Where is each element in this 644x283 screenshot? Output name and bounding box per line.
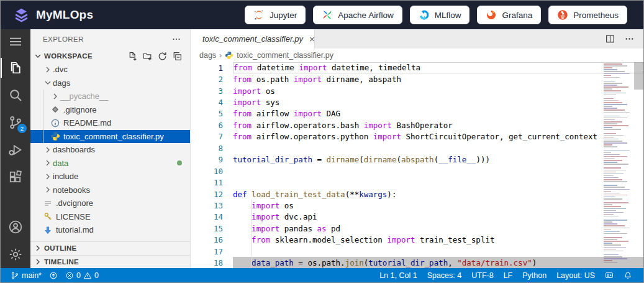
chevron-right-icon bbox=[43, 185, 53, 195]
prometheus-icon bbox=[557, 9, 568, 21]
tree-item-dags[interactable]: dags bbox=[30, 77, 190, 90]
mlflow-button[interactable]: MLflow bbox=[410, 6, 470, 24]
code-line-15[interactable]: 15 import pandas as pd bbox=[191, 223, 643, 234]
activity-extensions-icon[interactable] bbox=[1, 164, 30, 191]
code-line-3[interactable]: 3import os bbox=[191, 85, 643, 96]
breadcrumb: dags › toxic_comment_classifier.py bbox=[191, 49, 643, 62]
minimap[interactable] bbox=[602, 62, 634, 268]
activity-settings-icon[interactable] bbox=[1, 241, 30, 268]
tree-item--dvc[interactable]: .dvc bbox=[30, 63, 190, 77]
tree-item-tutorial-md[interactable]: tutorial.md bbox=[30, 223, 190, 237]
code-line-11[interactable]: 11 bbox=[191, 177, 643, 188]
activity-source-control-icon[interactable]: 2 bbox=[1, 109, 30, 136]
tree-item-license[interactable]: LICENSE bbox=[30, 210, 190, 224]
app-title: MyMLOps bbox=[36, 8, 93, 22]
code-editor[interactable]: 1from datetime import datetime, timedelt… bbox=[191, 62, 643, 268]
breadcrumb-folder[interactable]: dags bbox=[199, 51, 216, 60]
diamond-icon bbox=[50, 104, 60, 114]
workspace-section-header[interactable]: WORKSPACE bbox=[30, 49, 190, 63]
sidebar-bottom-sections: OUTLINETIMELINE bbox=[30, 241, 190, 268]
refresh-icon[interactable] bbox=[157, 51, 168, 62]
activity-bar: 2 bbox=[1, 29, 30, 268]
line-number: 5 bbox=[191, 109, 223, 118]
code-line-18[interactable]: 18 data_path = os.path.join(tutorial_dir… bbox=[191, 257, 643, 268]
split-editor-icon[interactable] bbox=[605, 34, 615, 44]
activity-run-debug-icon[interactable] bbox=[1, 136, 30, 164]
code-line-8[interactable]: 8 bbox=[191, 142, 643, 154]
grafana-button[interactable]: Grafana bbox=[477, 6, 541, 24]
section-outline[interactable]: OUTLINE bbox=[30, 241, 190, 255]
close-tab-icon[interactable]: × bbox=[307, 34, 317, 44]
line-text: import pandas as pd bbox=[233, 223, 643, 234]
encoding[interactable]: UTF-8 bbox=[466, 271, 498, 280]
activity-search-icon[interactable] bbox=[1, 81, 30, 109]
publish-changes[interactable] bbox=[45, 271, 61, 280]
code-line-17[interactable]: 17 bbox=[191, 246, 643, 257]
tree-item-toxic-comment-classifier-py[interactable]: toxic_comment_classifier.py bbox=[30, 130, 190, 144]
code-line-12[interactable]: 12def load_train_test_data(**kwargs): bbox=[191, 188, 643, 200]
apache-airflow-button[interactable]: Apache Airflow bbox=[313, 6, 402, 24]
tab-toxic-comment-classifier[interactable]: toxic_comment_classifier.py × bbox=[191, 29, 315, 49]
more-actions-icon[interactable] bbox=[171, 34, 181, 44]
chevron-down-icon bbox=[33, 51, 43, 61]
tree-item-label: include bbox=[53, 172, 78, 181]
tree-item--pycache-[interactable]: __pycache__ bbox=[30, 90, 190, 103]
line-number: 2 bbox=[191, 75, 223, 84]
more-actions-icon[interactable] bbox=[624, 34, 635, 44]
tree-item-label: README.md bbox=[63, 118, 111, 128]
new-folder-icon[interactable] bbox=[142, 51, 153, 62]
search-icon bbox=[8, 88, 23, 103]
tree-item--dvcignore[interactable]: .dvcignore bbox=[30, 197, 190, 210]
activity-menu-icon[interactable] bbox=[1, 29, 30, 54]
tree-item-include[interactable]: include bbox=[30, 170, 190, 183]
line-text: tutorial_dir_path = dirname(dirname(absp… bbox=[233, 154, 643, 165]
new-file-icon[interactable] bbox=[127, 51, 138, 62]
button-label: Jupyter bbox=[270, 11, 297, 20]
service-buttons: JupyterApache AirflowMLflowGrafanaPromet… bbox=[245, 6, 643, 24]
button-label: Grafana bbox=[502, 11, 532, 20]
bell-icon bbox=[624, 271, 632, 280]
code-line-7[interactable]: 7from airflow.operators.python import Sh… bbox=[191, 131, 643, 142]
language-mode[interactable]: Python bbox=[517, 271, 551, 280]
indent-guide bbox=[252, 200, 252, 268]
scrollbar-slider[interactable] bbox=[634, 62, 643, 90]
jupyter-button[interactable]: Jupyter bbox=[245, 6, 306, 24]
tree-item--gitignore[interactable]: .gitignore bbox=[30, 103, 190, 117]
app-window: MyMLOps JupyterApache AirflowMLflowGrafa… bbox=[0, 0, 644, 283]
code-line-13[interactable]: 13 import os bbox=[191, 200, 643, 211]
code-line-1[interactable]: 1from datetime import datetime, timedelt… bbox=[191, 62, 643, 73]
code-line-2[interactable]: 2from os.path import dirname, abspath bbox=[191, 73, 643, 85]
notifications[interactable] bbox=[619, 271, 637, 280]
tree-item-dashboards[interactable]: dashboards bbox=[30, 143, 190, 157]
cursor-position[interactable]: Ln 1, Col 1 bbox=[374, 271, 422, 280]
status-label: Python bbox=[522, 271, 546, 280]
tree-item-data[interactable]: data bbox=[30, 157, 190, 170]
code-line-5[interactable]: 5from airflow import DAG bbox=[191, 108, 643, 119]
indentation[interactable]: Spaces: 4 bbox=[422, 271, 467, 280]
activity-account-icon[interactable] bbox=[1, 213, 30, 241]
line-number: 11 bbox=[191, 178, 223, 187]
collapse-all-icon[interactable] bbox=[172, 51, 183, 62]
eol[interactable]: LF bbox=[499, 271, 518, 280]
line-number: 17 bbox=[191, 247, 223, 256]
activity-explorer-icon[interactable] bbox=[1, 54, 30, 81]
line-text bbox=[233, 142, 643, 154]
code-line-6[interactable]: 6from airflow.operators.bash import Bash… bbox=[191, 119, 643, 131]
breadcrumb-file[interactable]: toxic_comment_classifier.py bbox=[237, 51, 333, 60]
code-line-14[interactable]: 14 import dvc.api bbox=[191, 211, 643, 223]
keyboard-layout[interactable]: Layout: US bbox=[551, 271, 600, 280]
code-line-10[interactable]: 10 bbox=[191, 165, 643, 177]
tree-item-notebooks[interactable]: notebooks bbox=[30, 183, 190, 197]
line-text: import sys bbox=[233, 96, 643, 108]
section-timeline[interactable]: TIMELINE bbox=[30, 255, 190, 269]
tree-item-readme-md[interactable]: README.md bbox=[30, 116, 190, 130]
feedback[interactable] bbox=[600, 271, 619, 280]
branch-indicator[interactable]: main* bbox=[7, 271, 45, 280]
code-line-9[interactable]: 9tutorial_dir_path = dirname(dirname(abs… bbox=[191, 154, 643, 165]
chevron-right-icon bbox=[50, 91, 60, 101]
prometheus-button[interactable]: Prometheus bbox=[548, 6, 627, 24]
code-line-4[interactable]: 4import sys bbox=[191, 96, 643, 108]
problems-indicator[interactable]: 00 bbox=[61, 271, 102, 280]
feedback-icon bbox=[605, 271, 614, 280]
code-line-16[interactable]: 16 from sklearn.model_selection import t… bbox=[191, 234, 643, 246]
